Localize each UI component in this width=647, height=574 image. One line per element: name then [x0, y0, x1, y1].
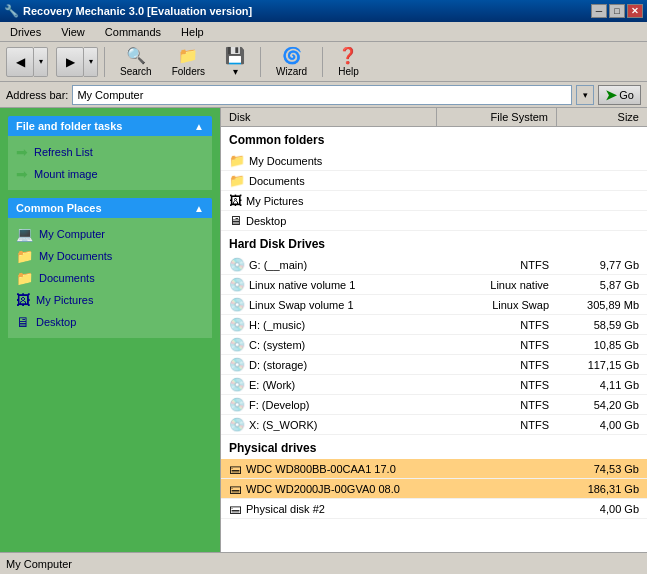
table-row[interactable]: 💿Linux Swap volume 1 Linux Swap 305,89 M… [221, 295, 647, 315]
search-button[interactable]: 🔍 Search [111, 45, 161, 79]
table-row[interactable]: 📁 My Documents [221, 151, 647, 171]
physical-drives-header: Physical drives [221, 435, 647, 459]
table-header: Disk File System Size [221, 108, 647, 127]
physical-drive-icon: 🖴 [229, 501, 242, 516]
drive-icon: 💿 [229, 277, 245, 292]
common-places-body: 💻 My Computer 📁 My Documents 📁 Documents… [8, 218, 212, 338]
refresh-icon: ➡ [16, 144, 28, 160]
table-row[interactable]: 🖥 Desktop [221, 211, 647, 231]
file-tasks-title: File and folder tasks [16, 120, 122, 132]
save-icon: 💾 [225, 46, 245, 65]
go-button[interactable]: ➤ Go [598, 85, 641, 105]
table-row[interactable]: 💿G: (__main) NTFS 9,77 Gb [221, 255, 647, 275]
toolbar-divider-3 [322, 47, 323, 77]
toolbar-divider-2 [260, 47, 261, 77]
refresh-list-link[interactable]: ➡ Refresh List [12, 142, 208, 162]
file-tasks-header: File and folder tasks ▲ [8, 116, 212, 136]
table-row[interactable]: 💿F: (Develop) NTFS 54,20 Gb [221, 395, 647, 415]
address-dropdown[interactable]: ▾ [576, 85, 594, 105]
close-button[interactable]: ✕ [627, 4, 643, 18]
mount-icon: ➡ [16, 166, 28, 182]
computer-icon: 💻 [16, 226, 33, 242]
menu-bar: Drives View Commands Help [0, 22, 647, 42]
table-row[interactable]: 💿Linux native volume 1 Linux native 5,87… [221, 275, 647, 295]
my-documents-link[interactable]: 📁 My Documents [12, 246, 208, 266]
table-row[interactable]: 📁 Documents [221, 171, 647, 191]
drive-icon: 💿 [229, 317, 245, 332]
app-title: Recovery Mechanic 3.0 [Evaluation versio… [23, 5, 252, 17]
drive-icon: 💿 [229, 397, 245, 412]
row-fs-cell [437, 159, 557, 163]
row-size-cell [557, 199, 647, 203]
hard-disk-drives-header: Hard Disk Drives [221, 231, 647, 255]
wizard-button[interactable]: 🌀 Wizard [267, 45, 316, 79]
row-fs-cell [437, 179, 557, 183]
address-input[interactable] [72, 85, 572, 105]
search-label: Search [120, 66, 152, 77]
menu-help[interactable]: Help [175, 24, 210, 40]
forward-dropdown[interactable]: ▾ [84, 47, 98, 77]
drive-icon: 💿 [229, 257, 245, 272]
physical-drive-icon: 🖴 [229, 481, 242, 496]
row-size-cell [557, 179, 647, 183]
my-computer-link[interactable]: 💻 My Computer [12, 224, 208, 244]
folders-label: Folders [172, 66, 205, 77]
status-text: My Computer [6, 558, 72, 570]
my-computer-label: My Computer [39, 228, 105, 240]
table-row[interactable]: 🖴WDC WD2000JB-00GVA0 08.0 186,31 Gb [221, 479, 647, 499]
my-pictures-link[interactable]: 🖼 My Pictures [12, 290, 208, 310]
pictures-icon: 🖼 [229, 193, 242, 208]
drive-icon: 💿 [229, 297, 245, 312]
table-row[interactable]: 💿C: (system) NTFS 10,85 Gb [221, 335, 647, 355]
address-label: Address bar: [6, 89, 68, 101]
col-filesystem: File System [437, 108, 557, 126]
help-icon: ❓ [338, 46, 358, 65]
common-places-title: Common Places [16, 202, 102, 214]
table-row[interactable]: 🖴WDC WD800BB-00CAA1 17.0 74,53 Gb [221, 459, 647, 479]
menu-view[interactable]: View [55, 24, 91, 40]
table-row[interactable]: 💿H: (_music) NTFS 58,59 Gb [221, 315, 647, 335]
folder-icon: 📁 [229, 153, 245, 168]
desktop-icon: 🖥 [229, 213, 242, 228]
folders-icon: 📁 [178, 46, 198, 65]
file-tasks-collapse[interactable]: ▲ [194, 121, 204, 132]
drive-icon: 💿 [229, 377, 245, 392]
row-disk-cell: 📁 My Documents [221, 151, 437, 170]
menu-drives[interactable]: Drives [4, 24, 47, 40]
documents-link[interactable]: 📁 Documents [12, 268, 208, 288]
folders-button[interactable]: 📁 Folders [163, 45, 214, 79]
table-row[interactable]: 💿E: (Work) NTFS 4,11 Gb [221, 375, 647, 395]
search-icon: 🔍 [126, 46, 146, 65]
back-button[interactable]: ◀ [6, 47, 34, 77]
mount-image-link[interactable]: ➡ Mount image [12, 164, 208, 184]
address-bar: Address bar: ▾ ➤ Go [0, 82, 647, 108]
main-area: File and folder tasks ▲ ➡ Refresh List ➡… [0, 108, 647, 552]
pictures-icon: 🖼 [16, 292, 30, 308]
table-row[interactable]: 🖴Physical disk #2 4,00 Gb [221, 499, 647, 519]
right-panel: Disk File System Size Common folders 📁 M… [220, 108, 647, 552]
col-size: Size [557, 108, 647, 126]
back-dropdown[interactable]: ▾ [34, 47, 48, 77]
row-fs-cell [437, 219, 557, 223]
forward-button[interactable]: ▶ [56, 47, 84, 77]
desktop-link[interactable]: 🖥 Desktop [12, 312, 208, 332]
table-row[interactable]: 🖼 My Pictures [221, 191, 647, 211]
app-icon: 🔧 [4, 4, 19, 18]
help-button[interactable]: ❓ Help [329, 45, 368, 79]
save-button[interactable]: 💾 ▾ [216, 45, 254, 79]
minimize-button[interactable]: ─ [591, 4, 607, 18]
maximize-button[interactable]: □ [609, 4, 625, 18]
row-fs-cell [437, 199, 557, 203]
folder-icon: 📁 [229, 173, 245, 188]
refresh-list-label: Refresh List [34, 146, 93, 158]
menu-commands[interactable]: Commands [99, 24, 167, 40]
drive-icon: 💿 [229, 357, 245, 372]
left-panel: File and folder tasks ▲ ➡ Refresh List ➡… [0, 108, 220, 552]
table-row[interactable]: 💿D: (storage) NTFS 117,15 Gb [221, 355, 647, 375]
title-bar: 🔧 Recovery Mechanic 3.0 [Evaluation vers… [0, 0, 647, 22]
row-disk-cell: 🖥 Desktop [221, 211, 437, 230]
common-places-collapse[interactable]: ▲ [194, 203, 204, 214]
common-places-header: Common Places ▲ [8, 198, 212, 218]
mount-image-label: Mount image [34, 168, 98, 180]
table-row[interactable]: 💿X: (S_WORK) NTFS 4,00 Gb [221, 415, 647, 435]
